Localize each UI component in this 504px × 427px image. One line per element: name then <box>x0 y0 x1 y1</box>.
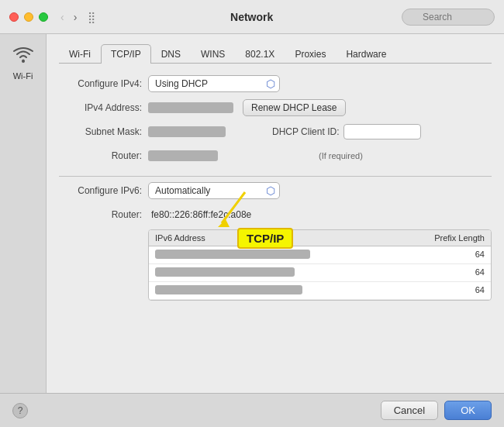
ipv6-addr-2 <box>155 267 415 278</box>
ok-button[interactable]: OK <box>444 401 492 420</box>
grid-icon: ⣿ <box>88 11 95 23</box>
col-prefix-length: Prefix Length <box>415 233 485 243</box>
ipv6-addr-blurred-1 <box>155 250 310 259</box>
configure-ipv4-label: Configure IPv4: <box>59 78 148 89</box>
tab-dns[interactable]: DNS <box>151 44 191 64</box>
if-required-text: (If required) <box>319 151 363 160</box>
ipv6-addr-1 <box>155 250 415 260</box>
ipv6-addr-blurred-3 <box>155 285 302 294</box>
ipv4-address-row: IPv4 Address: Renew DHCP Lease <box>59 98 492 117</box>
dhcp-client-id-input[interactable] <box>343 124 421 139</box>
main-content: Wi-Fi Wi-Fi TCP/IP DNS WINS 802.1X Proxi… <box>0 34 504 393</box>
content-wrapper: Configure IPv4: Using DHCP Manually Off … <box>59 74 492 384</box>
tab-wifi[interactable]: Wi-Fi <box>59 44 101 64</box>
ipv6-router-value: fe80::226:86ff:fe2c:a08e <box>151 209 251 220</box>
nav-arrows: ‹ › <box>57 9 80 25</box>
ipv4-section: Configure IPv4: Using DHCP Manually Off … <box>59 74 492 165</box>
col-ipv6-address: IPv6 Address <box>155 233 415 243</box>
bottom-bar: ? Cancel OK <box>0 393 504 427</box>
ipv6-router-row: Router: fe80::226:86ff:fe2c:a08e <box>59 205 492 224</box>
ipv6-table-header: IPv6 Address Prefix Length <box>149 230 491 246</box>
titlebar: ‹ › ⣿ Network 🔍 <box>0 0 504 34</box>
if-required-row: Router: (If required) <box>59 146 492 165</box>
ipv4-address-label: IPv4 Address: <box>59 102 148 113</box>
ipv6-prefix-1: 64 <box>415 250 485 260</box>
configure-ipv6-select-wrapper: Automatically Manually Off ⬡ <box>148 182 280 199</box>
ipv4-address-value <box>148 102 233 113</box>
subnet-mask-label: Subnet Mask: <box>59 126 148 137</box>
ipv6-prefix-3: 64 <box>415 285 485 296</box>
tab-wins[interactable]: WINS <box>191 44 235 64</box>
subnet-mask-row: Subnet Mask: DHCP Client ID: <box>59 122 492 141</box>
dhcp-client-id-label: DHCP Client ID: <box>272 126 339 137</box>
tab-8021x[interactable]: 802.1X <box>235 44 285 64</box>
back-button[interactable]: ‹ <box>57 9 67 25</box>
configure-ipv4-select-wrapper: Using DHCP Manually Off ⬡ <box>148 75 280 92</box>
window-title: Network <box>102 11 402 23</box>
cancel-button[interactable]: Cancel <box>381 401 438 420</box>
table-row: 64 <box>149 264 491 282</box>
configure-ipv4-row: Configure IPv4: Using DHCP Manually Off … <box>59 74 492 93</box>
configure-ipv6-select[interactable]: Automatically Manually Off <box>148 182 280 199</box>
search-input[interactable] <box>402 9 495 26</box>
search-wrapper: 🔍 <box>402 9 495 26</box>
maximize-button[interactable] <box>39 12 48 22</box>
subnet-mask-value <box>148 126 226 137</box>
forward-button[interactable]: › <box>71 9 81 25</box>
configure-ipv6-label: Configure IPv6: <box>59 185 148 196</box>
ipv6-addr-3 <box>155 285 415 296</box>
tab-proxies[interactable]: Proxies <box>285 44 336 64</box>
window-controls <box>9 12 48 22</box>
renew-dhcp-button[interactable]: Renew DHCP Lease <box>243 99 346 116</box>
router-label: Router: <box>59 150 148 161</box>
minimize-button[interactable] <box>24 12 33 22</box>
help-button[interactable]: ? <box>12 403 28 418</box>
configure-ipv4-select[interactable]: Using DHCP Manually Off <box>148 75 280 92</box>
close-button[interactable] <box>9 12 19 22</box>
tab-hardware[interactable]: Hardware <box>336 44 396 64</box>
configure-ipv6-row: Configure IPv6: Automatically Manually O… <box>59 181 492 200</box>
section-divider <box>59 176 492 177</box>
ipv6-addr-blurred-2 <box>155 267 295 277</box>
sidebar: Wi-Fi <box>0 34 47 393</box>
ipv6-table: IPv6 Address Prefix Length 64 64 <box>148 229 492 301</box>
router-value <box>148 150 218 161</box>
bottom-actions: Cancel OK <box>381 401 492 420</box>
tab-tcpip[interactable]: TCP/IP <box>101 44 151 64</box>
ipv6-section: Configure IPv6: Automatically Manually O… <box>59 181 492 301</box>
table-row: 64 <box>149 282 491 300</box>
ipv6-prefix-2: 64 <box>415 267 485 278</box>
content-panel: Wi-Fi TCP/IP DNS WINS 802.1X Proxies Har… <box>47 34 504 393</box>
table-row: 64 <box>149 246 491 264</box>
sidebar-wifi-label: Wi-Fi <box>13 71 33 81</box>
wifi-icon <box>12 46 34 68</box>
svg-point-0 <box>22 60 25 63</box>
ipv6-router-label: Router: <box>59 209 148 220</box>
tabs-bar: Wi-Fi TCP/IP DNS WINS 802.1X Proxies Har… <box>59 43 492 64</box>
